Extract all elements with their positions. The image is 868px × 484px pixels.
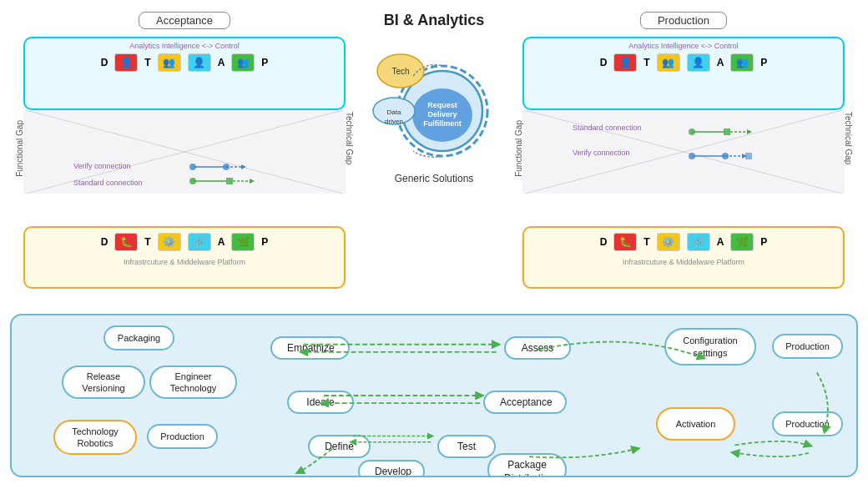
infra-label-prod: Infrastrcuture & Middelware Platform: [524, 258, 843, 266]
svg-text:Data: Data: [387, 108, 401, 116]
svg-marker-6: [241, 164, 246, 169]
icon-red-acc-top: 👤: [114, 53, 138, 72]
verify-conn-prod: Verify connection: [573, 149, 630, 157]
icon-cyan-prod-top: 👤: [687, 53, 710, 72]
production-panel: Production Analytics Intelligence <-> Co…: [512, 12, 855, 295]
generic-solutions-label: Generic Solutions: [395, 173, 474, 184]
icon-red-prod-bot: 🐛: [613, 233, 637, 251]
svg-text:Fulfillment: Fulfillment: [423, 119, 462, 128]
acceptance-label: Acceptance: [139, 12, 230, 29]
bottom-section: Packaging Release Versioning Engineer Te…: [10, 314, 858, 477]
acceptance-panel: Acceptance Analytics Intelligence <-> Co…: [13, 12, 356, 295]
dtap-t-top: T: [144, 57, 150, 68]
svg-text:Request: Request: [427, 101, 457, 109]
icon-red-acc-bot: 🐛: [114, 233, 138, 251]
icon-cyan-acc-top: 👤: [188, 53, 211, 72]
svg-marker-11: [250, 179, 255, 184]
dtap-a-top: A: [218, 57, 225, 68]
svg-rect-27: [724, 129, 730, 135]
tech-gap-prod: Technical Gap: [844, 112, 853, 164]
icon-green-acc-bot: 🌿: [231, 233, 255, 251]
generic-diagram: Request Delivery Fulfillment Tech Data d…: [367, 36, 501, 169]
dtap-p-top: P: [261, 57, 268, 68]
bi-title: BI & Analytics: [384, 12, 484, 29]
svg-text:Delivery: Delivery: [427, 110, 457, 118]
icon-green-prod-bot: 🌿: [730, 233, 754, 251]
middle-section: BI & Analytics Request Delivery Fulfillm…: [360, 3, 508, 312]
icon-yellow-acc-bot: ⚙️: [158, 233, 181, 251]
infra-label-acc: Infrastrcuture & Middelware Platform: [25, 258, 344, 266]
icon-green-prod-top: 👥: [730, 53, 754, 72]
icon-green-acc-top: 👥: [231, 53, 255, 72]
icon-cyan-acc-bot: 🔗: [188, 233, 211, 251]
icon-cyan-prod-bot: 🔗: [687, 233, 710, 251]
verify-conn-acc: Verify connection: [73, 162, 131, 170]
icon-yellow-prod-top: 👥: [657, 53, 680, 72]
svg-text:Tech: Tech: [391, 67, 409, 76]
svg-marker-29: [747, 129, 752, 134]
std-conn-acc: Standard connection: [73, 179, 143, 187]
production-label: Production: [640, 12, 727, 29]
svg-rect-9: [226, 178, 233, 184]
std-conn-prod: Standard connection: [573, 124, 642, 132]
icon-yellow-acc-top: 👥: [158, 53, 181, 72]
dtap-d-top: D: [101, 57, 108, 68]
svg-text:driven: driven: [385, 118, 403, 125]
tech-gap-acc: Technical Gap: [345, 112, 354, 164]
icon-yellow-prod-bot: ⚙️: [657, 233, 680, 251]
icon-red-prod-top: 👤: [613, 53, 637, 72]
svg-rect-35: [745, 153, 752, 159]
